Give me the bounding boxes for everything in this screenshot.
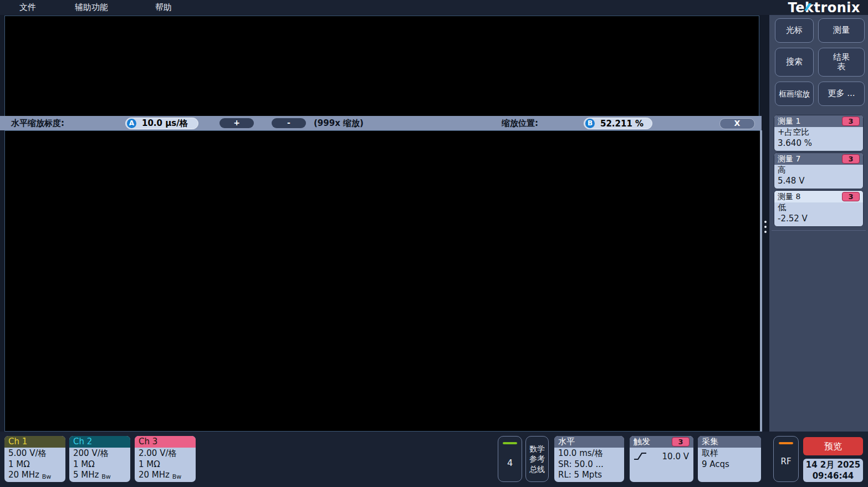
acquisition-title: 采集 bbox=[702, 436, 718, 448]
measurement-badge-1[interactable]: 测量 13 +占空比3.640 % bbox=[774, 115, 864, 151]
acquisition-mode: 取样 bbox=[702, 448, 757, 459]
search-button[interactable]: 搜索 bbox=[775, 48, 814, 77]
measurement-name: 高 bbox=[778, 165, 860, 176]
channel-impedance: 1 MΩ bbox=[73, 459, 126, 470]
zoom-out-button[interactable]: - bbox=[272, 118, 306, 128]
record-length: RL: 5 Mpts bbox=[558, 470, 620, 481]
bus-label: 总线 bbox=[529, 464, 545, 474]
measurement-title: 测量 1 bbox=[778, 116, 800, 126]
channel-impedance: 1 MΩ bbox=[8, 459, 62, 470]
horizontal-title: 水平 bbox=[558, 436, 575, 448]
date-label: 14 2月 2025 bbox=[803, 459, 863, 470]
knob-a-icon: A bbox=[127, 119, 136, 128]
drawer-handle[interactable] bbox=[764, 221, 767, 236]
zoom-close-button[interactable]: X bbox=[719, 118, 755, 129]
measurement-name: 低 bbox=[778, 202, 860, 214]
zoom-position-label: 缩放位置: bbox=[502, 116, 538, 130]
channel-label: Ch 2 bbox=[73, 436, 92, 448]
channel-bandwidth: 20 MHz Bw bbox=[139, 470, 192, 481]
rf-button[interactable]: RF bbox=[773, 436, 799, 482]
datetime-display: 14 2月 2025 09:46:44 bbox=[803, 459, 863, 482]
trigger-badge[interactable]: 触发3 10.0 V bbox=[630, 436, 693, 482]
zoom-in-button[interactable]: + bbox=[219, 118, 254, 128]
channel-label: Ch 1 bbox=[8, 436, 27, 448]
cursors-button[interactable]: 光标 bbox=[775, 18, 814, 43]
channel-scale: 2.00 V/格 bbox=[139, 448, 192, 459]
channel-label: Ch 3 bbox=[139, 436, 157, 448]
overview-panel[interactable] bbox=[4, 16, 759, 116]
math-ref-bus-button[interactable]: 数学 参考 总线 bbox=[525, 436, 549, 482]
measurement-badge-7[interactable]: 测量 73 高5.48 V bbox=[774, 153, 864, 189]
more-button[interactable]: 更多 ... bbox=[818, 82, 865, 106]
horizontal-scale: 10.0 ms/格 bbox=[558, 448, 620, 459]
zoom-position-knob[interactable]: B 52.211 % bbox=[584, 118, 652, 129]
oscilloscope-screen: 文件 辅助功能 帮助 Tektronix 水平缩放标度: A 10.0 µs/格… bbox=[0, 0, 868, 487]
tektronix-logo: Tektronix bbox=[788, 0, 860, 16]
time-label: 09:46:44 bbox=[803, 470, 863, 481]
acquisition-badge[interactable]: 采集 取样 9 Acqs bbox=[698, 436, 761, 482]
acquisition-count: 9 Acqs bbox=[702, 459, 757, 470]
source-badge: 3 bbox=[842, 154, 860, 164]
channel-impedance: 1 MΩ bbox=[139, 459, 192, 470]
channel-scale: 5.00 V/格 bbox=[8, 448, 62, 459]
sidebar-divider bbox=[772, 230, 866, 231]
trigger-title: 触发 bbox=[634, 436, 650, 448]
zoom-scale-label: 水平缩放标度: bbox=[11, 116, 64, 130]
trigger-source-badge: 3 bbox=[672, 437, 690, 447]
main-display[interactable] bbox=[4, 130, 760, 432]
channel-4-label: 4 bbox=[498, 458, 522, 468]
measurement-value: 3.640 % bbox=[778, 138, 860, 149]
draw-box-zoom-button[interactable]: 框画缩放 bbox=[775, 82, 814, 106]
zoom-bar: 水平缩放标度: A 10.0 µs/格 + - (999x 缩放) 缩放位置: … bbox=[0, 116, 762, 130]
channel-scale: 200 V/格 bbox=[73, 448, 126, 459]
menu-bar: 文件 辅助功能 帮助 Tektronix bbox=[0, 0, 868, 15]
measurement-name: +占空比 bbox=[778, 127, 860, 138]
main-waveforms bbox=[5, 131, 760, 431]
results-table-button[interactable]: 结果表 bbox=[818, 48, 865, 77]
channel-2-badge[interactable]: Ch 2 200 V/格 1 MΩ 5 MHz Bw bbox=[69, 436, 130, 482]
math-label: 数学 bbox=[529, 444, 545, 454]
display-right-border bbox=[760, 130, 762, 432]
knob-b-icon: B bbox=[585, 119, 595, 128]
overview-waveforms bbox=[5, 16, 759, 116]
horizontal-badge[interactable]: 水平 10.0 ms/格 SR: 50.0 ... RL: 5 Mpts bbox=[554, 436, 624, 482]
zoom-scale-knob[interactable]: A 10.0 µs/格 bbox=[125, 118, 198, 129]
menu-file[interactable]: 文件 bbox=[19, 0, 36, 15]
measurement-value: 5.48 V bbox=[778, 176, 860, 187]
rf-label: RF bbox=[774, 456, 798, 466]
sample-rate: SR: 50.0 ... bbox=[558, 459, 620, 470]
rising-edge-icon bbox=[633, 451, 647, 462]
measurement-value: -2.52 V bbox=[778, 214, 860, 225]
measure-button[interactable]: 测量 bbox=[818, 18, 865, 43]
channel-1-badge[interactable]: Ch 1 5.00 V/格 1 MΩ 20 MHz Bw bbox=[4, 436, 65, 482]
preview-button[interactable]: 预览 bbox=[803, 437, 863, 455]
zoom-scale-value: 10.0 µs/格 bbox=[142, 118, 188, 129]
trigger-level: 10.0 V bbox=[662, 452, 689, 461]
source-badge: 3 bbox=[842, 192, 860, 201]
rf-color-line bbox=[779, 442, 793, 444]
ref-label: 参考 bbox=[529, 454, 545, 464]
channel-4-button[interactable]: 4 bbox=[498, 436, 522, 482]
settings-bar: Ch 1 5.00 V/格 1 MΩ 20 MHz Bw Ch 2 200 V/… bbox=[0, 432, 868, 487]
menu-help[interactable]: 帮助 bbox=[155, 0, 172, 15]
measurement-title: 测量 8 bbox=[778, 192, 800, 202]
channel-bandwidth: 20 MHz Bw bbox=[8, 470, 62, 481]
measurement-badge-8[interactable]: 测量 83 低-2.52 V bbox=[774, 190, 864, 227]
source-badge: 3 bbox=[842, 116, 860, 126]
menu-utility[interactable]: 辅助功能 bbox=[75, 0, 108, 15]
sidebar-buttons: 光标 测量 搜索 结果表 框画缩放 更多 ... bbox=[775, 18, 865, 106]
measurement-title: 测量 7 bbox=[778, 154, 800, 164]
zoom-factor-label: (999x 缩放) bbox=[314, 116, 364, 130]
zoom-position-value: 52.211 % bbox=[600, 119, 644, 129]
channel-bandwidth: 5 MHz Bw bbox=[73, 470, 126, 481]
channel-3-badge[interactable]: Ch 3 2.00 V/格 1 MΩ 20 MHz Bw bbox=[135, 436, 196, 482]
sidebar: 光标 测量 搜索 结果表 框画缩放 更多 ... 测量 13 +占空比3.640… bbox=[769, 15, 868, 432]
channel-4-color-line bbox=[503, 442, 517, 444]
